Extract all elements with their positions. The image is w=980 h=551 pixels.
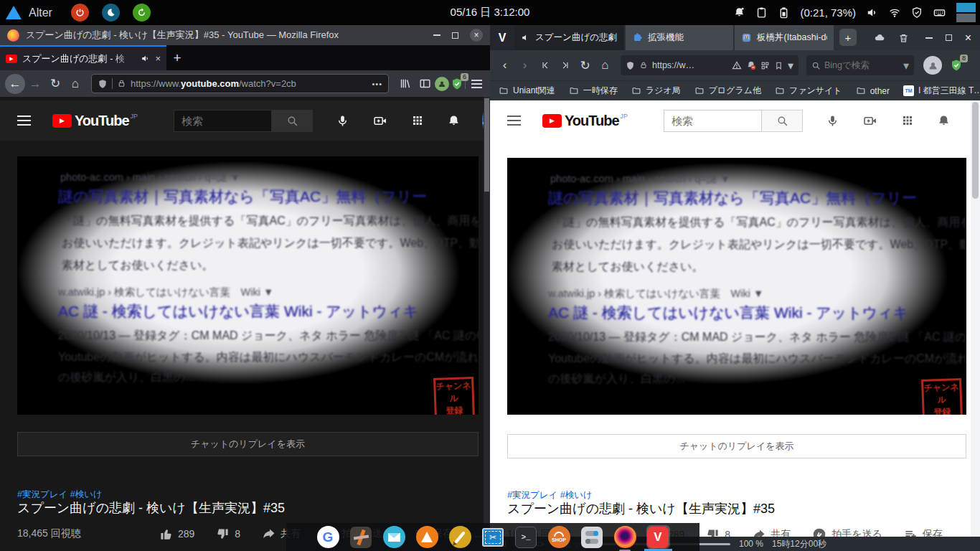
url-bar[interactable]: https://www.youtube.com/watch?v=2cb ••• xyxy=(91,74,389,93)
notifications-bell-icon[interactable] xyxy=(937,114,951,128)
url-overflow-icon[interactable]: ••• xyxy=(372,80,382,88)
dock-settings-icon[interactable] xyxy=(580,525,604,549)
qr-code-icon[interactable] xyxy=(760,61,770,70)
lock-icon[interactable] xyxy=(117,79,126,88)
vivaldi-menu-button[interactable]: V xyxy=(490,25,514,50)
search-field[interactable]: ▾ xyxy=(806,55,914,75)
dislike-button[interactable]: 8 xyxy=(216,527,240,541)
notification-bell-icon[interactable] xyxy=(733,6,745,19)
close-button[interactable]: × xyxy=(470,29,483,42)
rewind-button[interactable] xyxy=(536,56,554,75)
clipboard-icon[interactable] xyxy=(755,6,768,19)
notifications-bell-icon[interactable] xyxy=(447,114,461,128)
firefox-titlebar[interactable]: スプーン曲げの悲劇 - 検いけ【生声実況】#35 - YouTube — Moz… xyxy=(0,25,490,45)
keyboard-icon[interactable] xyxy=(933,6,946,19)
adblock-extension-icon[interactable]: 6 xyxy=(449,76,465,92)
back-button[interactable]: ‹ xyxy=(496,56,514,75)
bookmark-folder[interactable]: other xyxy=(856,86,890,96)
workspace-switcher[interactable] xyxy=(956,3,976,22)
bookmark-folder[interactable]: Uniant関連 xyxy=(499,85,555,97)
search-dropdown-icon[interactable]: ▾ xyxy=(903,59,909,72)
new-tab-button[interactable]: + xyxy=(166,45,188,70)
search-input[interactable] xyxy=(174,110,272,132)
scrollbar[interactable] xyxy=(484,97,490,551)
reload-button[interactable]: ↻ xyxy=(576,56,594,75)
warning-icon[interactable] xyxy=(732,60,742,70)
video-player[interactable]: photo-ac.com › main › search › q=謎 ▼ 謎の写… xyxy=(507,158,966,415)
url-field[interactable]: https://w… ▾ xyxy=(621,55,798,75)
search-button[interactable] xyxy=(272,110,313,132)
sync-cloud-icon[interactable] xyxy=(873,32,886,43)
fast-forward-button[interactable] xyxy=(556,56,574,75)
minimize-button[interactable] xyxy=(433,34,440,36)
url-text[interactable]: https://w… xyxy=(652,60,727,70)
bookmark-folder[interactable]: プログラム他 xyxy=(694,85,761,97)
minimize-button[interactable] xyxy=(925,37,933,39)
dock-shop-app-icon[interactable]: SHOP xyxy=(547,525,571,549)
tab-youtube[interactable]: スプーン曲げの悲劇 xyxy=(514,25,624,50)
status-clock[interactable]: 15時12分00秒 xyxy=(772,538,826,550)
forward-button[interactable]: › xyxy=(516,56,534,75)
distro-menu-label[interactable]: Alter xyxy=(29,6,52,19)
workspace-1[interactable] xyxy=(956,3,976,12)
new-tab-button[interactable]: + xyxy=(839,29,857,46)
trash-closed-tabs-icon[interactable] xyxy=(898,32,909,44)
dock-firefox-icon[interactable] xyxy=(613,525,637,549)
tab-audio-icon[interactable] xyxy=(141,54,150,63)
wifi-icon[interactable] xyxy=(888,6,901,19)
bookmark-icon[interactable] xyxy=(774,61,783,70)
guide-menu-icon[interactable] xyxy=(507,116,521,126)
tab-audio-icon[interactable] xyxy=(521,33,530,42)
extension-profile-icon[interactable] xyxy=(435,77,449,91)
close-button[interactable]: × xyxy=(965,32,971,44)
sidebar-toggle-icon[interactable] xyxy=(415,74,435,94)
video-player[interactable]: photo-ac.com › main › search › q=謎 ▼ 謎の写… xyxy=(17,156,479,415)
adblock-extension-icon[interactable]: 8 xyxy=(948,57,964,73)
dock-vivaldi-icon[interactable]: V xyxy=(646,525,670,549)
search-button[interactable] xyxy=(762,110,803,132)
shield-icon[interactable] xyxy=(626,61,635,70)
youtube-logo[interactable]: ▶ YouTube JP xyxy=(542,113,628,129)
dock-google-icon[interactable]: G xyxy=(316,525,340,549)
scrollbar-thumb[interactable] xyxy=(972,102,979,199)
dock-text-editor-icon[interactable] xyxy=(448,525,472,549)
sleep-button[interactable] xyxy=(102,4,120,22)
tab-close-icon[interactable]: × xyxy=(155,53,161,64)
dock-terminal-icon[interactable]: >_ xyxy=(514,525,538,549)
notifications-blocked-icon[interactable] xyxy=(746,60,756,70)
voice-search-icon[interactable] xyxy=(826,114,839,128)
tab-itabashi-don[interactable]: 板橋丼(Itabashi-don xyxy=(735,25,834,50)
tracking-shield-icon[interactable] xyxy=(98,79,108,89)
show-chat-replay-button[interactable]: チャットのリプレイを表示 xyxy=(17,432,479,456)
menu-button[interactable] xyxy=(471,80,482,88)
search-engine-icon[interactable] xyxy=(811,61,821,70)
home-button[interactable]: ⌂ xyxy=(65,74,85,94)
show-chat-replay-button[interactable]: チャットのリプレイを表示 xyxy=(507,434,966,458)
tab-youtube[interactable]: ▶ スプーン曲げの悲劇 - 検 × xyxy=(0,45,166,70)
tab-extensions[interactable]: 拡張機能 xyxy=(626,25,733,50)
voice-search-icon[interactable] xyxy=(336,114,349,128)
library-icon[interactable] xyxy=(395,74,415,94)
profile-avatar[interactable] xyxy=(923,56,942,75)
workspace-2[interactable] xyxy=(956,14,976,23)
home-button[interactable]: ⌂ xyxy=(596,56,614,75)
volume-icon[interactable] xyxy=(866,6,878,19)
url-dropdown-icon[interactable]: ▾ xyxy=(788,59,793,72)
restart-button[interactable] xyxy=(133,4,151,22)
create-video-icon[interactable] xyxy=(862,114,878,128)
create-video-icon[interactable] xyxy=(372,114,388,128)
forward-button[interactable]: → xyxy=(25,74,45,94)
youtube-logo[interactable]: ▶ YouTube JP xyxy=(52,113,138,129)
lock-icon[interactable] xyxy=(639,61,648,70)
scrollbar[interactable] xyxy=(971,100,980,551)
panel-clock[interactable]: 05/16 日 3:12:00 xyxy=(451,6,530,19)
bookmark-folder[interactable]: ファンサイト xyxy=(775,85,842,97)
search-input[interactable] xyxy=(664,110,762,132)
dock-screenshot-tool-icon[interactable]: ✂ xyxy=(481,525,505,549)
dock-mail-icon[interactable] xyxy=(382,525,406,549)
battery-icon[interactable] xyxy=(778,6,790,19)
maximize-button[interactable] xyxy=(946,34,952,41)
restore-button[interactable] xyxy=(452,32,458,39)
like-button[interactable]: 289 xyxy=(159,527,194,541)
security-shield-icon[interactable] xyxy=(911,6,923,19)
